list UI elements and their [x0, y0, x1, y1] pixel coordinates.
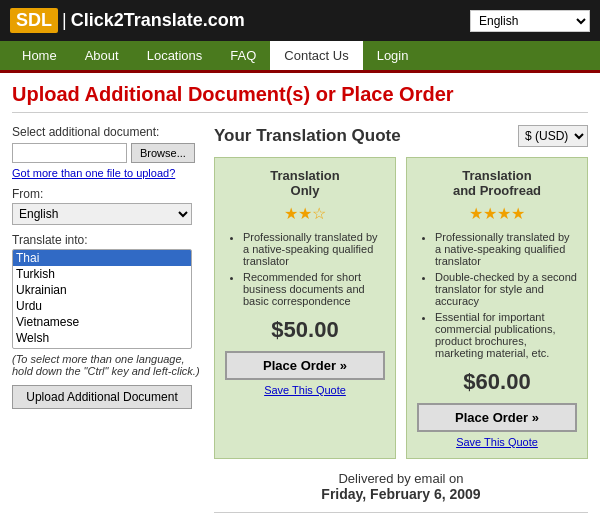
nav-login[interactable]: Login: [363, 41, 423, 70]
nav-home[interactable]: Home: [8, 41, 71, 70]
card2-features: Professionally translated by a native-sp…: [417, 231, 577, 359]
card1-stars: ★★☆: [225, 204, 385, 223]
select-doc-label: Select additional document:: [12, 125, 202, 139]
from-language-select[interactable]: English: [12, 203, 192, 225]
nav-about[interactable]: About: [71, 41, 133, 70]
more-files-link[interactable]: Got more than one file to upload?: [12, 167, 202, 179]
main-layout: Select additional document: Browse... Go…: [12, 125, 588, 513]
currency-select[interactable]: $ (USD) € (EUR) £ (GBP): [518, 125, 588, 147]
feature-item: Recommended for short business documents…: [243, 271, 385, 307]
translation-only-card: TranslationOnly ★★☆ Professionally trans…: [214, 157, 396, 459]
nav-contact-us[interactable]: Contact Us: [270, 41, 362, 70]
delivery-info: Delivered by email on Friday, February 6…: [214, 471, 588, 502]
file-input[interactable]: [12, 143, 127, 163]
header: SDL | Click2Translate.com English French…: [0, 0, 600, 41]
translation-proofread-card: Translationand Proofread ★★★★ Profession…: [406, 157, 588, 459]
logo: SDL | Click2Translate.com: [10, 8, 245, 33]
logo-sdl: SDL: [10, 8, 58, 33]
place-order-button-2[interactable]: Place Order »: [417, 403, 577, 432]
place-order-button-1[interactable]: Place Order »: [225, 351, 385, 380]
language-select[interactable]: English French German Spanish: [470, 10, 590, 32]
page-title: Upload Additional Document(s) or Place O…: [12, 83, 588, 113]
save-quote-link-2[interactable]: Save This Quote: [417, 436, 577, 448]
left-panel: Select additional document: Browse... Go…: [12, 125, 202, 513]
card1-title: TranslationOnly: [225, 168, 385, 198]
logo-divider: |: [62, 10, 67, 31]
feature-item: Professionally translated by a native-sp…: [243, 231, 385, 267]
translate-into-label: Translate into:: [12, 233, 202, 247]
feature-item: Professionally translated by a native-sp…: [435, 231, 577, 267]
target-language-listbox[interactable]: Thai Turkish Ukrainian Urdu Vietnamese W…: [12, 249, 192, 349]
card2-stars: ★★★★: [417, 204, 577, 223]
card1-price: $50.00: [225, 317, 385, 343]
quote-title: Your Translation Quote: [214, 126, 401, 146]
feature-item: Essential for important commercial publi…: [435, 311, 577, 359]
nav-locations[interactable]: Locations: [133, 41, 217, 70]
save-quote-link-1[interactable]: Save This Quote: [225, 384, 385, 396]
delivery-label: Delivered by email on: [338, 471, 463, 486]
browse-button[interactable]: Browse...: [131, 143, 195, 163]
nav: Home About Locations FAQ Contact Us Logi…: [0, 41, 600, 73]
right-panel: Your Translation Quote $ (USD) € (EUR) £…: [214, 125, 588, 513]
card2-price: $60.00: [417, 369, 577, 395]
card2-title: Translationand Proofread: [417, 168, 577, 198]
delivery-date: Friday, February 6, 2009: [321, 486, 480, 502]
file-input-row: Browse...: [12, 143, 202, 163]
logo-text: Click2Translate.com: [71, 10, 245, 31]
feature-item: Double-checked by a second translator fo…: [435, 271, 577, 307]
quote-options: TranslationOnly ★★☆ Professionally trans…: [214, 157, 588, 459]
nav-faq[interactable]: FAQ: [216, 41, 270, 70]
quote-header: Your Translation Quote $ (USD) € (EUR) £…: [214, 125, 588, 147]
ctrl-hint: (To select more than one language, hold …: [12, 353, 202, 377]
card1-features: Professionally translated by a native-sp…: [225, 231, 385, 307]
upload-additional-document-button[interactable]: Upload Additional Document: [12, 385, 192, 409]
from-label: From:: [12, 187, 202, 201]
content: Upload Additional Document(s) or Place O…: [0, 73, 600, 513]
